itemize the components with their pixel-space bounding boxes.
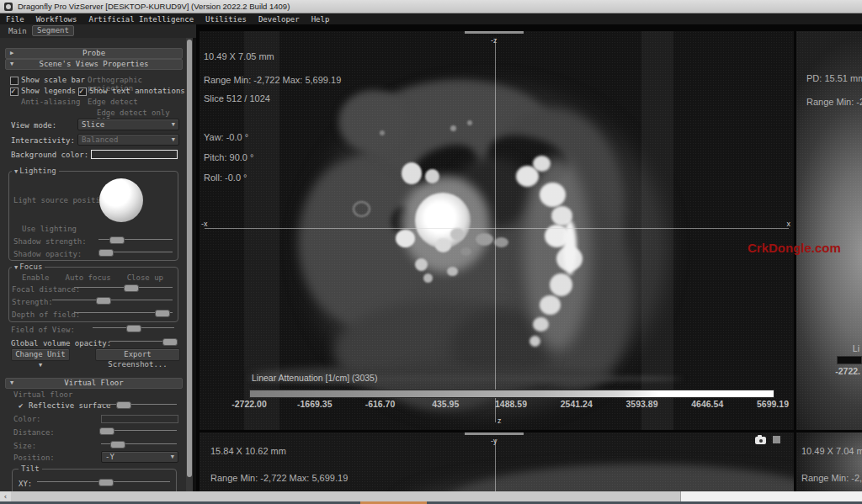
right-3d-view[interactable]: PD: 15.51 mm Range Min: -2,7 Li -2722.	[796, 31, 862, 430]
lighting-legend[interactable]: ▼Lighting	[12, 167, 59, 175]
focus-legend[interactable]: ▼Focus	[12, 263, 45, 271]
slider-thumb[interactable]	[116, 401, 131, 409]
horizontal-scrollbar[interactable]: ‹	[0, 491, 862, 501]
focus-buttons: EnableAuto focusClose up	[22, 273, 163, 282]
tilt-xy-slider[interactable]	[37, 478, 170, 485]
slider-thumb[interactable]	[110, 441, 125, 448]
floor-position-label: Position:	[13, 454, 55, 462]
slice-indicator-bar-top[interactable]	[465, 432, 524, 435]
camera-snapshot-icon[interactable]	[755, 437, 766, 444]
slider-thumb[interactable]	[98, 249, 114, 257]
menu-item[interactable]: File	[0, 15, 30, 24]
depth-of-field-slider[interactable]	[74, 309, 173, 316]
crosshair-vertical[interactable]	[495, 40, 496, 422]
maximize-view-icon[interactable]	[773, 436, 780, 443]
tab-main[interactable]: Main	[8, 27, 27, 35]
app-icon	[4, 3, 13, 11]
show-legends-checkbox[interactable]	[10, 88, 19, 96]
slider-thumb[interactable]	[99, 427, 114, 435]
floor-color-label: Color:	[13, 415, 41, 423]
ct-slice-image	[200, 31, 794, 430]
slice-annotation: Slice 512 / 1024	[204, 93, 270, 103]
viewport-area: -z z -x x 10.49 X 7.05 mm Range Min: -2,…	[196, 24, 862, 491]
field-of-view-label: Field of View:	[11, 326, 75, 334]
scrollbar-thumb[interactable]	[187, 40, 192, 477]
depth-of-field-label: Depth of field:	[12, 310, 80, 319]
bottom-right-view[interactable]: 10.49 X 7.04 mm Range Min: -2,7	[796, 432, 862, 491]
focus-button[interactable]: Close up	[127, 273, 163, 282]
crosshair-horizontal[interactable]	[205, 228, 789, 229]
scrollbar-thumb[interactable]	[11, 491, 681, 501]
bottom-slice-view[interactable]: -y 15.84 X 10.62 mm Range Min: -2,722 Ma…	[200, 432, 794, 491]
main-slice-view[interactable]: -z z -x x 10.49 X 7.05 mm Range Min: -2,…	[200, 31, 794, 430]
colorbar-gradient[interactable]	[249, 390, 774, 398]
scene-views-properties-header[interactable]: ▼ Scene's Views Properties	[5, 59, 183, 70]
crosshair-vertical[interactable]	[495, 439, 496, 491]
focus-button[interactable]: Auto focus	[65, 273, 110, 282]
slider-thumb[interactable]	[126, 325, 141, 332]
tilt-xy-label: XY:	[19, 480, 32, 488]
chevron-down-icon: ▼	[171, 454, 174, 460]
shadow-opacity-slider[interactable]	[98, 248, 173, 256]
field-of-view-slider[interactable]	[93, 324, 174, 332]
colorbar-tick-label: -1669.35	[285, 399, 344, 409]
show-scale-bar-checkbox[interactable]	[10, 77, 19, 85]
view-range-annotation: Range Min: -2,7	[806, 97, 862, 107]
view-mode-dropdown[interactable]: Slice ▼	[77, 119, 179, 130]
pitch-annotation: Pitch: 90.0 °	[204, 152, 253, 162]
virtual-floor-header[interactable]: ▼ Virtual Floor	[5, 378, 183, 389]
background-color-swatch[interactable]	[91, 150, 178, 159]
probe-panel-header[interactable]: ▶ Probe	[5, 48, 183, 59]
floor-size-label: Size:	[13, 442, 36, 450]
slider-thumb[interactable]	[155, 310, 170, 317]
change-unit-button[interactable]: Change Unit ▼	[11, 348, 70, 361]
floor-position-dropdown[interactable]: -Y ▼	[101, 451, 178, 463]
chevron-down-icon: ▼	[10, 379, 13, 388]
menu-item[interactable]: Help	[306, 15, 336, 24]
light-source-sphere[interactable]	[99, 178, 143, 222]
chevron-down-icon: ▼	[172, 136, 175, 143]
reflective-surface-label: Reflective surface	[29, 401, 111, 410]
slider-thumb[interactable]	[98, 479, 114, 486]
chevron-down-icon: ▼	[39, 362, 42, 369]
slider-thumb[interactable]	[96, 297, 111, 305]
slice-indicator-bar-top[interactable]	[465, 31, 524, 34]
slider-thumb[interactable]	[124, 284, 139, 292]
floor-size-slider[interactable]	[101, 440, 177, 448]
left-panel: ▶ Probe ▼ Scene's Views Properties Show …	[0, 38, 186, 491]
view-mode-label: View mode:	[11, 121, 56, 130]
menu-item[interactable]: Developer	[253, 15, 306, 24]
menu-bar: FileWorkflowsArtificial IntelligenceUtil…	[0, 13, 862, 24]
export-screenshot-button[interactable]: Export Screenshot...	[95, 348, 180, 361]
show-text-annotations-checkbox[interactable]	[78, 88, 87, 96]
shadow-opacity-label: Shadow opacity:	[13, 250, 82, 258]
global-volume-opacity-slider[interactable]	[109, 337, 174, 345]
shadow-strength-slider[interactable]	[98, 236, 173, 243]
focus-button[interactable]: Enable	[22, 273, 50, 282]
menu-item[interactable]: Artificial Intelligence	[82, 15, 200, 24]
floor-distance-slider[interactable]	[101, 427, 177, 434]
lighting-group	[8, 171, 178, 261]
check-icon[interactable]: ✔	[19, 401, 23, 410]
slider-thumb[interactable]	[109, 236, 125, 244]
tab-segment[interactable]: Segment	[32, 25, 74, 36]
floor-color-swatch[interactable]	[101, 415, 178, 423]
sidebar-scrollbar[interactable]	[186, 38, 193, 491]
tab-strip: Main Segment	[0, 24, 196, 38]
colorbar-title: Li	[853, 343, 859, 353]
show-text-annotations-label: Show text annotations	[89, 87, 185, 95]
colorbar-tick-label: 4646.54	[678, 399, 737, 409]
menu-item[interactable]: Utilities	[200, 15, 253, 24]
reflective-surface-slider[interactable]	[101, 401, 177, 408]
scroll-left-arrow-icon[interactable]: ‹	[0, 491, 11, 501]
colorbar-tick-label: 5699.19	[743, 399, 794, 409]
focal-distance-slider[interactable]	[74, 284, 173, 291]
menu-item[interactable]: Workflows	[30, 15, 83, 24]
chevron-right-icon: ▶	[10, 49, 13, 58]
slider-thumb[interactable]	[162, 338, 178, 346]
axis-label-x: x	[787, 220, 791, 228]
view-size-annotation: 10.49 X 7.05 mm	[204, 51, 274, 61]
global-volume-opacity-label: Global volume opacity:	[11, 339, 111, 347]
interactivity-dropdown[interactable]: Balanced ▼	[77, 134, 179, 146]
strength-slider[interactable]	[52, 296, 173, 304]
